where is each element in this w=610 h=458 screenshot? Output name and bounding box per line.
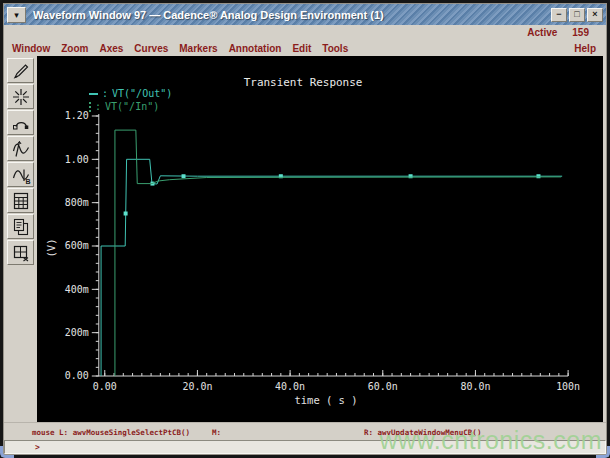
mouse-middle-binding: M: bbox=[212, 428, 221, 437]
window-title: Waveform Window 97 — Cadence® Analog Des… bbox=[33, 9, 551, 21]
y-tick-label: 600m bbox=[65, 240, 89, 251]
curve-in[interactable] bbox=[115, 130, 561, 376]
menu-item-tools[interactable]: Tools bbox=[322, 43, 348, 54]
waveform-window: ▾ Waveform Window 97 — Cadence® Analog D… bbox=[0, 0, 610, 458]
dash-marker-icon bbox=[89, 93, 98, 95]
y-tick-label: 400m bbox=[65, 284, 89, 295]
menu-item-window[interactable]: Window bbox=[12, 43, 50, 54]
marker-a-button[interactable] bbox=[7, 136, 34, 161]
plot-canvas[interactable]: 0.00200m400m600m800m1.001.200.0020.0n40.… bbox=[37, 56, 603, 422]
menu-item-markers[interactable]: Markers bbox=[179, 43, 217, 54]
maximize-button[interactable]: □ bbox=[569, 8, 585, 22]
data-point-marker[interactable] bbox=[536, 174, 540, 178]
legend-entry-in[interactable]: :VT("/In") bbox=[89, 100, 172, 113]
active-count: 159 bbox=[572, 27, 589, 38]
calculator-icon bbox=[11, 191, 31, 211]
title-bar: ▾ Waveform Window 97 — Cadence® Analog D… bbox=[4, 4, 606, 25]
window-frame: ▾ Waveform Window 97 — Cadence® Analog D… bbox=[3, 3, 607, 455]
axes: 0.00200m400m600m800m1.001.200.0020.0n40.… bbox=[65, 110, 580, 392]
cut-window-icon bbox=[11, 243, 31, 263]
x-tick-label: 40.0n bbox=[275, 381, 305, 392]
menu-item-zoom[interactable]: Zoom bbox=[61, 43, 88, 54]
y-tick-label: 1.20 bbox=[65, 110, 89, 121]
menu-item-help[interactable]: Help bbox=[574, 43, 596, 54]
zoom-star-button[interactable] bbox=[7, 84, 34, 109]
menu-item-axes[interactable]: Axes bbox=[99, 43, 123, 54]
legend-label: VT("/In") bbox=[105, 100, 159, 113]
y-tick-label: 800m bbox=[65, 197, 89, 208]
command-prompt[interactable]: > bbox=[4, 440, 606, 454]
y-tick-label: 200m bbox=[65, 327, 89, 338]
mouse-left-binding: mouse L: awvMouseSingleSelectPtCB() bbox=[32, 428, 190, 437]
close-icon: × bbox=[592, 10, 597, 19]
copy-button[interactable] bbox=[7, 214, 34, 239]
mouse-right-binding: R: awvUpdateWindowMenuCB() bbox=[364, 428, 481, 437]
resize-grip-bottom-left[interactable] bbox=[0, 446, 14, 458]
y-tick-label: 0.00 bbox=[65, 370, 89, 381]
minimize-icon: − bbox=[556, 10, 561, 19]
window-controls: − □ × bbox=[551, 8, 603, 22]
plot-legend: :VT("/Out"):VT("/In") bbox=[89, 87, 172, 113]
legend-entry-out[interactable]: :VT("/Out") bbox=[89, 87, 172, 100]
x-tick-label: 100n bbox=[556, 381, 580, 392]
active-status-row: Active 159 bbox=[4, 25, 606, 40]
arc-icon bbox=[11, 113, 31, 133]
legend-colon: : bbox=[95, 100, 101, 113]
minimize-button[interactable]: − bbox=[551, 8, 567, 22]
cut-window-button[interactable] bbox=[7, 240, 34, 265]
pen-button[interactable] bbox=[7, 58, 34, 83]
x-tick-label: 60.0n bbox=[368, 381, 398, 392]
calculator-button[interactable] bbox=[7, 188, 34, 213]
arc-button[interactable] bbox=[7, 110, 34, 135]
curve-out[interactable] bbox=[101, 159, 562, 376]
chevron-down-icon: ▾ bbox=[14, 10, 19, 20]
data-point-marker[interactable] bbox=[124, 211, 128, 215]
x-tick-label: 20.0n bbox=[182, 381, 212, 392]
plot-title: Transient Response bbox=[244, 76, 363, 89]
y-axis-label: (V) bbox=[45, 239, 57, 258]
copy-icon bbox=[11, 217, 31, 237]
x-axis-label: time ( s ) bbox=[295, 394, 358, 406]
legend-colon: : bbox=[102, 87, 108, 100]
marker-b-icon: B bbox=[11, 165, 31, 185]
dotted-bar-marker-icon bbox=[89, 102, 91, 112]
status-bar: mouse L: awvMouseSingleSelectPtCB() M: R… bbox=[4, 422, 606, 440]
svg-text:B: B bbox=[25, 177, 30, 184]
x-tick-label: 80.0n bbox=[460, 381, 490, 392]
menu-bar-items: WindowZoomAxesCurvesMarkersAnnotationEdi… bbox=[12, 43, 359, 54]
legend-label: VT("/Out") bbox=[112, 87, 172, 100]
menu-item-curves[interactable]: Curves bbox=[134, 43, 168, 54]
close-button[interactable]: × bbox=[587, 8, 603, 22]
main-area: B 0.00200m400m600m800m1.001.200.0020.0n4… bbox=[4, 56, 606, 422]
menu-item-edit[interactable]: Edit bbox=[292, 43, 311, 54]
menu-item-annotation[interactable]: Annotation bbox=[229, 43, 282, 54]
marker-a-icon bbox=[11, 139, 31, 159]
y-tick-label: 1.00 bbox=[65, 154, 89, 165]
prompt-symbol: > bbox=[35, 443, 40, 452]
menu-bar: WindowZoomAxesCurvesMarkersAnnotationEdi… bbox=[4, 40, 606, 56]
window-menu-button[interactable]: ▾ bbox=[7, 7, 26, 23]
zoom-star-icon bbox=[11, 87, 31, 107]
maximize-icon: □ bbox=[574, 10, 579, 19]
resize-grip-bottom-right[interactable] bbox=[596, 446, 610, 458]
x-tick-label: 0.00 bbox=[93, 381, 117, 392]
pen-icon bbox=[11, 61, 31, 81]
toolbar: B bbox=[4, 56, 37, 422]
marker-b-button[interactable]: B bbox=[7, 162, 34, 187]
data-point-marker[interactable] bbox=[182, 174, 186, 178]
active-label: Active bbox=[527, 27, 557, 38]
